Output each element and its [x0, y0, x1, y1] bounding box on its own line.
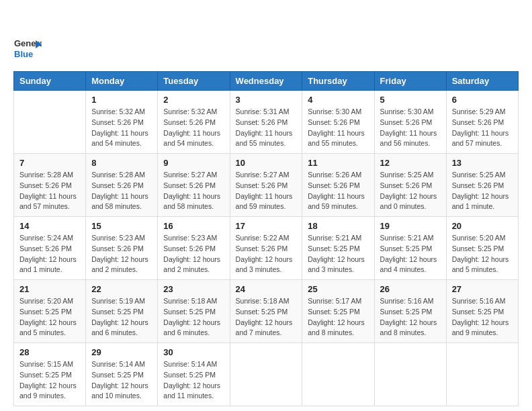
cell-content: Sunrise: 5:30 AMSunset: 5:26 PMDaylight:… [380, 107, 441, 149]
cell-line: Daylight: 12 hours [19, 318, 77, 326]
cell-line: Daylight: 12 hours [380, 192, 437, 200]
cell-line: Sunrise: 5:16 AM [452, 297, 506, 305]
calendar-cell: 16Sunrise: 5:23 AMSunset: 5:26 PMDayligh… [158, 217, 230, 280]
cell-line: Sunset: 5:26 PM [236, 181, 288, 189]
cell-line: and 59 minutes. [308, 202, 358, 210]
cell-line: Daylight: 12 hours [452, 255, 509, 263]
weekday-header-saturday: Saturday [446, 72, 518, 91]
cell-content: Sunrise: 5:23 AMSunset: 5:26 PMDaylight:… [163, 233, 224, 275]
cell-line: Sunset: 5:25 PM [19, 308, 72, 316]
weekday-header-friday: Friday [374, 72, 446, 91]
cell-line: Daylight: 11 hours [91, 192, 148, 200]
calendar-cell: 7Sunrise: 5:28 AMSunset: 5:26 PMDaylight… [14, 154, 86, 217]
cell-content: Sunrise: 5:25 AMSunset: 5:26 PMDaylight:… [452, 170, 513, 212]
day-number: 17 [236, 221, 297, 231]
cell-line: Daylight: 12 hours [308, 255, 365, 263]
svg-text:Blue: Blue [14, 49, 33, 59]
cell-line: Daylight: 12 hours [91, 255, 148, 263]
cell-line: and 9 minutes. [452, 328, 498, 336]
cell-line: Daylight: 11 hours [163, 129, 220, 137]
calendar-cell: 30Sunrise: 5:14 AMSunset: 5:25 PMDayligh… [158, 343, 230, 406]
cell-content: Sunrise: 5:31 AMSunset: 5:26 PMDaylight:… [236, 107, 297, 149]
calendar-cell: 26Sunrise: 5:16 AMSunset: 5:25 PMDayligh… [374, 280, 446, 343]
day-number: 25 [308, 284, 368, 294]
cell-line: Daylight: 11 hours [452, 129, 509, 137]
day-number: 9 [163, 158, 224, 168]
cell-content: Sunrise: 5:19 AMSunset: 5:25 PMDaylight:… [91, 296, 152, 338]
day-number: 8 [91, 158, 152, 168]
cell-line: Daylight: 11 hours [308, 192, 365, 200]
cell-line: Sunrise: 5:14 AM [91, 360, 145, 368]
calendar-cell: 14Sunrise: 5:24 AMSunset: 5:26 PMDayligh… [14, 217, 86, 280]
cell-line: Daylight: 12 hours [380, 318, 437, 326]
cell-line: Sunset: 5:25 PM [380, 308, 433, 316]
day-number: 14 [19, 221, 80, 231]
calendar-cell: 10Sunrise: 5:27 AMSunset: 5:26 PMDayligh… [230, 154, 302, 217]
cell-line: Sunset: 5:25 PM [452, 244, 504, 253]
calendar-cell: 5Sunrise: 5:30 AMSunset: 5:26 PMDaylight… [374, 91, 446, 154]
cell-line: and 11 minutes. [163, 392, 214, 400]
cell-line: Sunset: 5:25 PM [163, 308, 216, 316]
cell-line: and 8 minutes. [380, 328, 427, 336]
cell-line: Sunset: 5:26 PM [163, 181, 216, 189]
cell-line: Daylight: 12 hours [452, 192, 509, 200]
weekday-header-sunday: Sunday [14, 72, 86, 91]
day-number: 16 [163, 221, 224, 231]
cell-content: Sunrise: 5:25 AMSunset: 5:26 PMDaylight:… [380, 170, 441, 212]
cell-content: Sunrise: 5:22 AMSunset: 5:26 PMDaylight:… [236, 233, 297, 275]
cell-line: Sunset: 5:26 PM [91, 118, 144, 126]
cell-line: Sunrise: 5:21 AM [380, 234, 434, 242]
calendar-cell: 4Sunrise: 5:30 AMSunset: 5:26 PMDaylight… [302, 91, 374, 154]
cell-content: Sunrise: 5:20 AMSunset: 5:25 PMDaylight:… [19, 296, 80, 338]
cell-line: Sunset: 5:26 PM [163, 118, 216, 126]
day-number: 26 [380, 284, 441, 294]
cell-content: Sunrise: 5:24 AMSunset: 5:26 PMDaylight:… [19, 233, 80, 275]
day-number: 18 [308, 221, 368, 231]
cell-line: and 57 minutes. [19, 202, 70, 210]
calendar-cell: 3Sunrise: 5:31 AMSunset: 5:26 PMDaylight… [230, 91, 302, 154]
calendar-cell: 23Sunrise: 5:18 AMSunset: 5:25 PMDayligh… [158, 280, 230, 343]
calendar-cell: 11Sunrise: 5:26 AMSunset: 5:26 PMDayligh… [302, 154, 374, 217]
cell-line: Sunset: 5:25 PM [308, 244, 360, 253]
cell-line: Sunset: 5:26 PM [236, 244, 288, 253]
cell-line: and 58 minutes. [91, 202, 142, 210]
cell-line: Sunrise: 5:21 AM [308, 234, 361, 242]
calendar-cell [230, 343, 302, 406]
cell-content: Sunrise: 5:16 AMSunset: 5:25 PMDaylight:… [452, 296, 513, 338]
cell-content: Sunrise: 5:28 AMSunset: 5:26 PMDaylight:… [91, 170, 152, 212]
cell-line: Sunset: 5:26 PM [308, 118, 360, 126]
day-number: 3 [236, 95, 297, 105]
calendar-cell: 24Sunrise: 5:18 AMSunset: 5:25 PMDayligh… [230, 280, 302, 343]
cell-line: Sunset: 5:26 PM [308, 181, 360, 189]
cell-line: Sunset: 5:25 PM [91, 371, 144, 379]
cell-content: Sunrise: 5:30 AMSunset: 5:26 PMDaylight:… [308, 107, 368, 149]
cell-line: and 55 minutes. [236, 139, 286, 147]
day-number: 2 [163, 95, 224, 105]
day-number: 5 [380, 95, 441, 105]
cell-line: and 7 minutes. [236, 328, 282, 336]
week-row-5: 28Sunrise: 5:15 AMSunset: 5:25 PMDayligh… [14, 343, 519, 406]
cell-line: Sunrise: 5:25 AM [380, 171, 434, 179]
cell-line: and 1 minute. [19, 265, 62, 273]
day-number: 10 [236, 158, 297, 168]
cell-line: Sunset: 5:25 PM [19, 371, 72, 379]
cell-line: Daylight: 12 hours [163, 381, 220, 390]
cell-line: Sunrise: 5:18 AM [236, 297, 290, 305]
cell-line: and 2 minutes. [163, 265, 210, 273]
week-row-2: 7Sunrise: 5:28 AMSunset: 5:26 PMDaylight… [14, 154, 519, 217]
cell-line: Sunrise: 5:27 AM [163, 171, 217, 179]
cell-line: Daylight: 11 hours [236, 129, 293, 137]
cell-content: Sunrise: 5:29 AMSunset: 5:26 PMDaylight:… [452, 107, 513, 149]
cell-line: Sunrise: 5:18 AM [163, 297, 217, 305]
calendar-cell [302, 343, 374, 406]
cell-line: Daylight: 11 hours [19, 192, 77, 200]
cell-line: Sunset: 5:25 PM [308, 308, 360, 316]
cell-content: Sunrise: 5:32 AMSunset: 5:26 PMDaylight:… [163, 107, 224, 149]
cell-line: and 5 minutes. [19, 328, 66, 336]
cell-line: Daylight: 12 hours [236, 255, 293, 263]
cell-line: Daylight: 12 hours [19, 381, 77, 390]
day-number: 13 [452, 158, 513, 168]
cell-line: Sunset: 5:26 PM [236, 118, 288, 126]
calendar-cell: 21Sunrise: 5:20 AMSunset: 5:25 PMDayligh… [14, 280, 86, 343]
calendar-cell: 12Sunrise: 5:25 AMSunset: 5:26 PMDayligh… [374, 154, 446, 217]
